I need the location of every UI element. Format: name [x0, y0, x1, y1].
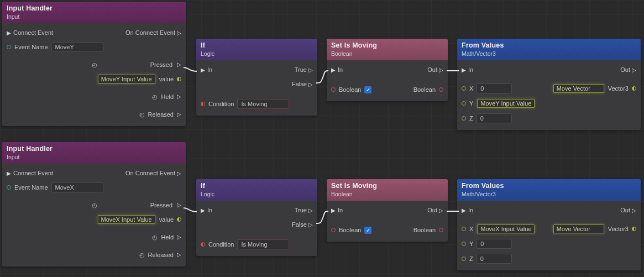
z-label: Z: [469, 115, 473, 122]
exec-out[interactable]: Out: [427, 207, 443, 213]
exec-in[interactable]: In: [462, 207, 473, 213]
condition-field[interactable]: Is Moving: [237, 239, 289, 249]
exec-in[interactable]: In: [462, 66, 473, 73]
boolean-in-label: Boolean: [339, 227, 361, 233]
node-header[interactable]: From Values Math/Vector3: [457, 39, 641, 60]
port-value-out[interactable]: [177, 77, 181, 81]
z-field[interactable]: 0: [477, 113, 512, 123]
exec-in[interactable]: In: [201, 66, 212, 73]
exec-out-true[interactable]: True: [295, 66, 313, 73]
node-header[interactable]: If Logic: [196, 39, 317, 60]
pressed-label: Pressed: [150, 202, 172, 208]
node-header[interactable]: Set Is Moving Boolean: [327, 39, 448, 60]
node-input-handler-y[interactable]: Input Handler Input Connect Event On Con…: [2, 2, 186, 126]
y-field[interactable]: MoveY Input Value: [477, 98, 535, 108]
port-z[interactable]: [462, 116, 466, 121]
port-x[interactable]: [462, 227, 466, 231]
exec-in[interactable]: In: [331, 66, 343, 73]
port-condition[interactable]: [201, 242, 205, 247]
node-title: From Values: [462, 41, 636, 49]
port-boolean-in[interactable]: [331, 87, 336, 92]
vector-out-pill[interactable]: Move Vector: [553, 224, 605, 234]
exec-in[interactable]: In: [331, 207, 343, 213]
node-header[interactable]: From Values Math/Vector3: [457, 179, 641, 201]
node-subtitle: Input: [7, 13, 181, 20]
node-title: If: [201, 41, 313, 49]
node-from-values-b[interactable]: From Values Math/Vector3 In Out X MoveX …: [457, 179, 641, 270]
port-boolean-out[interactable]: [439, 228, 443, 232]
boolean-out-label: Boolean: [413, 227, 436, 233]
clock-icon: ◴: [139, 252, 145, 259]
port-x[interactable]: [462, 86, 466, 91]
exec-in-connect-event[interactable]: Connect Event: [7, 170, 53, 176]
node-subtitle: Boolean: [331, 50, 443, 57]
y-field[interactable]: 0: [477, 239, 512, 249]
node-set-is-moving-a[interactable]: Set Is Moving Boolean In Out Boolean ✓ B…: [327, 39, 448, 101]
boolean-checkbox[interactable]: ✓: [364, 227, 371, 234]
port-vector3-out[interactable]: [632, 86, 636, 91]
exec-in-connect-event[interactable]: Connect Event: [7, 29, 53, 36]
exec-in[interactable]: In: [201, 207, 212, 213]
condition-field[interactable]: Is Moving: [237, 99, 289, 109]
exec-out-false[interactable]: False: [292, 221, 313, 228]
exec-out[interactable]: Out: [620, 207, 636, 213]
port-z[interactable]: [462, 257, 466, 261]
port-event-name[interactable]: [7, 185, 11, 190]
x-field[interactable]: MoveX Input Value: [477, 224, 535, 234]
released-label: Released: [148, 252, 174, 258]
node-set-is-moving-b[interactable]: Set Is Moving Boolean In Out Boolean ✓ B…: [327, 179, 448, 242]
node-header[interactable]: Input Handler Input: [2, 2, 186, 23]
port-y[interactable]: [462, 101, 466, 106]
node-header[interactable]: If Logic: [196, 179, 317, 201]
exec-out-held[interactable]: [177, 234, 181, 240]
port-vector3-out[interactable]: [632, 227, 636, 231]
port-condition[interactable]: [201, 102, 205, 106]
node-input-handler-x[interactable]: Input Handler Input Connect Event On Con…: [2, 142, 186, 266]
port-y[interactable]: [462, 242, 466, 246]
event-name-field[interactable]: MoveX: [51, 182, 103, 192]
input-value-pill[interactable]: MoveX Input Value: [97, 215, 156, 224]
node-if-b[interactable]: If Logic In True False Condition Is Movi…: [196, 179, 317, 256]
boolean-in-label: Boolean: [339, 86, 361, 93]
x-field[interactable]: 0: [477, 83, 512, 93]
clock-icon: ◴: [92, 61, 97, 69]
node-header[interactable]: Set Is Moving Boolean: [327, 179, 448, 201]
node-subtitle: Math/Vector3: [462, 191, 636, 197]
node-from-values-a[interactable]: From Values Math/Vector3 In Out X 0 Move…: [457, 39, 641, 130]
z-field[interactable]: 0: [477, 254, 512, 264]
port-boolean-out[interactable]: [439, 87, 443, 92]
port-event-name[interactable]: [7, 45, 11, 49]
input-value-pill[interactable]: MoveY Input Value: [97, 74, 156, 84]
node-subtitle: Boolean: [331, 191, 443, 197]
event-name-label: Event Name: [14, 184, 48, 191]
boolean-checkbox[interactable]: ✓: [364, 86, 371, 93]
event-name-label: Event Name: [14, 44, 48, 50]
exec-out-pressed[interactable]: [177, 202, 181, 208]
x-label: X: [469, 226, 473, 232]
port-boolean-in[interactable]: [331, 228, 336, 232]
exec-out-false[interactable]: False: [292, 81, 313, 87]
node-if-a[interactable]: If Logic In True False Condition Is Movi…: [196, 39, 317, 116]
exec-out-held[interactable]: [177, 94, 181, 100]
exec-out-true[interactable]: True: [295, 207, 313, 213]
event-name-field[interactable]: MoveY: [51, 42, 103, 52]
exec-out[interactable]: Out: [427, 66, 443, 73]
exec-out-on-connect-event[interactable]: On Connect Event: [125, 170, 181, 176]
clock-icon: ◴: [139, 111, 145, 118]
exec-out-on-connect-event[interactable]: On Connect Event: [125, 29, 181, 36]
node-header[interactable]: Input Handler Input: [2, 142, 186, 164]
node-title: Set Is Moving: [331, 41, 443, 49]
condition-label: Condition: [208, 101, 234, 107]
held-label: Held: [161, 234, 174, 241]
exec-out-released[interactable]: [177, 252, 181, 258]
exec-out[interactable]: Out: [620, 66, 636, 73]
exec-out-pressed[interactable]: [177, 62, 181, 67]
vector-out-pill[interactable]: Move Vector: [553, 83, 605, 93]
clock-icon: ◴: [92, 202, 97, 209]
clock-icon: ◴: [152, 93, 158, 101]
exec-out-released[interactable]: [177, 112, 181, 117]
vector3-label: Vector3: [608, 85, 629, 92]
node-title: Input Handler: [7, 145, 181, 153]
node-title: If: [201, 182, 313, 190]
port-value-out[interactable]: [177, 217, 181, 222]
